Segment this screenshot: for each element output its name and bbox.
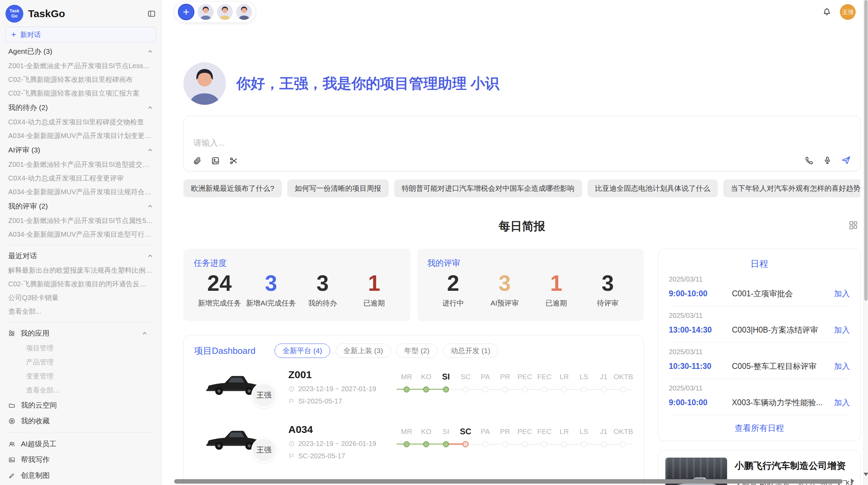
sidebar-item[interactable]: 创意制图 <box>5 468 156 483</box>
dashboard-header: 项目Dashboard 全新平台 (4)全新上装 (3)年型 (2)动总开发 (… <box>194 344 633 358</box>
sidebar-app-item[interactable]: 变更管理 <box>5 369 156 383</box>
sidebar-item-label: 我的云空间 <box>21 400 57 410</box>
sidebar-item[interactable]: Z001-全新燃油轻卡产品开发项目SI节点属性5D文件评审 <box>5 214 156 227</box>
dashboard-filter-pill[interactable]: 年型 (2) <box>396 344 437 358</box>
milestone-dot <box>482 386 489 393</box>
star-badge-icon <box>8 418 15 425</box>
suggestion-chip[interactable]: 比亚迪全固态电池计划具体说了什么 <box>588 179 718 197</box>
dashboard-filter-pill[interactable]: 全新上装 (3) <box>336 344 391 358</box>
stat: 1 已逾期 <box>348 269 400 308</box>
agent-avatar[interactable] <box>236 4 252 20</box>
project-row[interactable]: 王强 A034 2023-12-19 ~ 2026-01-19 SC-2025-… <box>194 422 633 468</box>
milestone-dot <box>561 441 567 447</box>
sidebar-task-sections: Agent已办 (3) Z001-全新燃油皮卡产品开发项目SI节点Lesson … <box>5 44 156 241</box>
agent-avatar[interactable] <box>217 4 233 20</box>
pen-icon <box>8 472 15 479</box>
schedule-item: 2025/03/11 9:00-10:00 C001-立项审批会 加入 <box>669 270 850 306</box>
sidebar-collapse-icon[interactable] <box>147 9 156 18</box>
scroll-right-arrow-icon[interactable] <box>851 478 854 483</box>
image-icon[interactable] <box>211 156 220 165</box>
layout-grid-icon[interactable] <box>848 220 858 230</box>
sidebar-item[interactable]: 解释最新出台的欧盟报废车法规再生塑料比例被调至15%... <box>5 263 156 277</box>
dashboard-filter-pill[interactable]: 全新平台 (4) <box>275 344 330 358</box>
sidebar-item[interactable]: C02-飞腾新能源轻客改款项目里程碑画布 <box>5 73 156 86</box>
chat-input-placeholder: 请输入... <box>193 137 225 148</box>
right-column: 日程 2025/03/11 9:00-10:00 C001-立项审批会 加入 2… <box>658 249 860 485</box>
add-agent-button[interactable] <box>178 4 194 20</box>
sidebar-item[interactable]: AI超级员工 <box>5 436 156 452</box>
vertical-scrollbar-thumb[interactable] <box>864 0 868 301</box>
vertical-scrollbar[interactable] <box>863 0 868 485</box>
plus-icon <box>182 8 190 16</box>
schedule-date: 2025/03/11 <box>669 384 850 392</box>
view-all-schedule-link[interactable]: 查看所有日程 <box>669 415 850 434</box>
milestone-dot <box>522 386 528 393</box>
sidebar-section-header[interactable]: 我的待办 (2) <box>5 100 156 115</box>
stat-label: 已逾期 <box>348 298 400 308</box>
send-icon[interactable] <box>841 155 851 165</box>
horizontal-scrollbar[interactable] <box>174 479 843 484</box>
join-link[interactable]: 加入 <box>834 397 850 408</box>
sidebar-item[interactable]: 帮我写作 <box>5 452 156 468</box>
schedule-list: 2025/03/11 9:00-10:00 C001-立项审批会 加入 2025… <box>669 270 850 415</box>
join-link[interactable]: 加入 <box>834 361 850 372</box>
milestone-dot <box>482 441 489 447</box>
sidebar-section-header[interactable]: 我的评审 (2) <box>5 199 156 214</box>
schedule-row: 10:30-11:30 C005-整车工程目标评审 加入 <box>669 361 850 372</box>
project-owner-badge: 王强 <box>251 383 277 408</box>
clock-icon <box>288 440 295 447</box>
sidebar-item-my-apps[interactable]: 我的应用 <box>5 325 156 341</box>
sidebar-item[interactable]: A034-全新新能源MUV产品开发项目造型可行性评审 <box>5 227 156 241</box>
sidebar-item[interactable]: A034-全新新能源MUV产品开发项目法规符合性评审 <box>5 185 156 199</box>
chat-input[interactable]: 请输入... <box>183 116 860 171</box>
scroll-down-arrow-icon[interactable] <box>864 473 868 476</box>
sidebar-item[interactable]: 查看全部... <box>5 304 156 318</box>
chevron-up-icon <box>142 330 148 336</box>
join-link[interactable]: 加入 <box>834 288 850 299</box>
milestone-dot <box>502 441 508 447</box>
sidebar-item[interactable]: Z001-全新燃油皮卡产品开发项目SI节点Lesson Learn报告 <box>5 59 156 73</box>
sidebar-item[interactable]: Z001-全新燃油轻卡产品开发项目SI造型提交物评审 <box>5 158 156 171</box>
sidebar-item[interactable]: 我的收藏 <box>5 413 156 429</box>
divider <box>7 322 155 322</box>
stat-label: 待评审 <box>582 298 634 308</box>
sidebar-section-header[interactable]: 最近对话 <box>5 248 156 263</box>
bell-icon[interactable] <box>822 7 832 17</box>
suggestion-chip[interactable]: 特朗普可能对进口汽车增税会对中国车企造成哪些影响 <box>394 179 582 197</box>
project-row[interactable]: 王强 Z001 2023-12-19 ~ 2027-01-19 SI-2025-… <box>194 368 633 413</box>
paperclip-icon[interactable] <box>193 156 202 165</box>
agent-avatar[interactable] <box>198 4 214 20</box>
milestone-dot <box>601 441 607 447</box>
horizontal-scrollbar-thumb[interactable] <box>174 479 843 484</box>
microphone-icon[interactable] <box>823 156 832 165</box>
scissors-icon[interactable] <box>229 156 238 165</box>
suggestion-chip[interactable]: 如何写一份清晰的项目周报 <box>287 179 389 197</box>
sidebar-item[interactable]: A034-全新新能源MUV产品开发项目计划变更表编写 <box>5 129 156 142</box>
dashboard-filter-pill[interactable]: 动总开发 (1) <box>443 344 498 358</box>
stat-values: 2 进行中 3 AI预评审 1 已逾期 3 待评审 <box>427 269 634 308</box>
sidebar-item[interactable]: C0X4-动力总成开发项目SI里程碑提交物检查 <box>5 115 156 129</box>
schedule-name: X003-车辆动力学性能验... <box>732 397 830 408</box>
schedule-title: 日程 <box>669 258 850 270</box>
join-link[interactable]: 加入 <box>834 325 850 335</box>
sidebar-item[interactable]: 我的云空间 <box>5 397 156 413</box>
suggestion-chip[interactable]: 当下年轻人对汽车外观有怎样的喜好趋势 <box>723 179 860 197</box>
sidebar-item[interactable]: C0X4-动力总成开发项目工程变更评审 <box>5 171 156 185</box>
suggestion-chip[interactable]: 欧洲新规最近颁布了什么? <box>183 179 282 197</box>
phone-icon[interactable] <box>805 156 814 165</box>
new-chat-button[interactable]: 新对话 <box>5 27 156 42</box>
user-avatar[interactable]: 王强 <box>840 4 856 20</box>
sidebar-section-header[interactable]: Agent已办 (3) <box>5 44 156 59</box>
sidebar-app-item[interactable]: 查看全部... <box>5 383 156 397</box>
project-milestone-flag: SC-2025-05-17 <box>288 452 391 460</box>
sidebar-item[interactable]: C02-飞腾新能源轻客改款项目立项汇报方案 <box>5 86 156 100</box>
chevron-up-icon <box>147 48 153 54</box>
sidebar-item[interactable]: 公司Q3轻卡销量 <box>5 291 156 304</box>
sidebar-item[interactable]: C02-飞腾新能源轻客改款项目的闭环通告反馈情况 <box>5 277 156 291</box>
sidebar-app-item[interactable]: 产品管理 <box>5 355 156 369</box>
app-logo: Task Go <box>5 5 23 23</box>
milestone-dot <box>462 441 469 447</box>
sidebar-section-header[interactable]: AI评审 (3) <box>5 142 156 158</box>
sidebar-app-item[interactable]: 项目管理 <box>5 341 156 355</box>
project-code: Z001 <box>288 369 391 381</box>
